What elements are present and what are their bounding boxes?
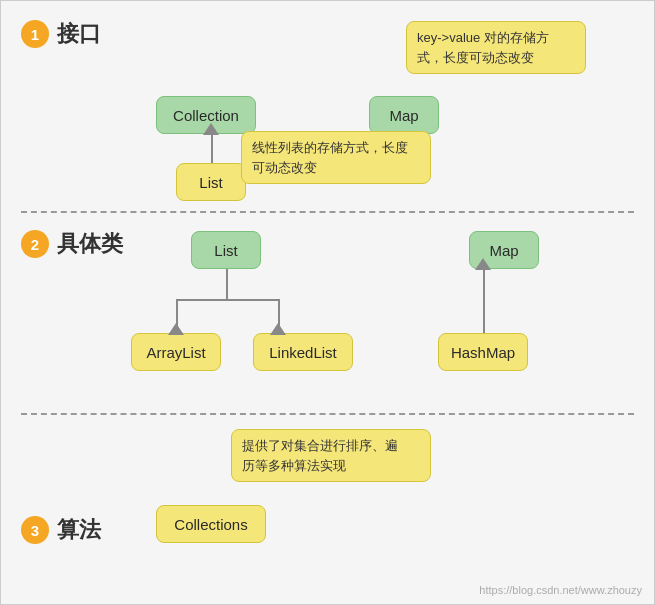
arrow-arraylist-head [168,323,184,335]
main-container: 1 接口 Collection Map List key->value 对的存储… [0,0,655,605]
tooltip-collections: 提供了对集合进行排序、遍历等多种算法实现 [231,429,431,482]
section2-label: 2 具体类 [21,229,123,259]
section2-num: 2 [21,230,49,258]
arrow-list-down [226,269,228,299]
arrow-hashmap-line [483,269,485,333]
arrow-list-collection-line [211,134,213,163]
arrow-list-collection-head [203,123,219,135]
linkedlist-node: LinkedList [253,333,353,371]
arrow-linkedlist-head [270,323,286,335]
tooltip-list: 线性列表的存储方式，长度 可动态改变 [241,131,431,184]
arraylist-node: ArrayList [131,333,221,371]
section-2: 2 具体类 List Map ArrayList LinkedList Hash… [1,213,654,413]
watermark: https://blog.csdn.net/www.zhouzy [479,584,642,596]
section1-title: 接口 [57,19,101,49]
arrow-hashmap-head [475,258,491,270]
tooltip-map: key->value 对的存储方 式，长度可动态改变 [406,21,586,74]
section3-title: 算法 [57,515,101,545]
section-1: 1 接口 Collection Map List key->value 对的存储… [1,1,654,211]
section-3: 3 算法 提供了对集合进行排序、遍历等多种算法实现 Collections [1,415,654,575]
section2-title: 具体类 [57,229,123,259]
collections-node: Collections [156,505,266,543]
arrow-list-h [176,299,278,301]
section3-label: 3 算法 [21,515,101,545]
hashmap-node: HashMap [438,333,528,371]
list-node-1: List [176,163,246,201]
section1-label: 1 接口 [21,19,101,49]
section3-num: 3 [21,516,49,544]
list-node-2: List [191,231,261,269]
section1-num: 1 [21,20,49,48]
map-node-1: Map [369,96,439,134]
